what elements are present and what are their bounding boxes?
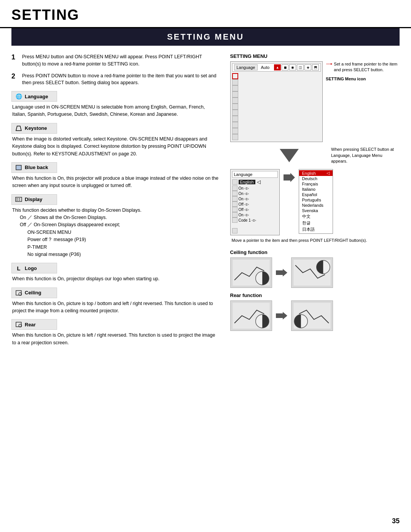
feature-keystone-label: Keystone xyxy=(25,125,47,131)
feature-display: Display This function decides whether to… xyxy=(11,194,219,259)
menu-row-8 xyxy=(232,122,321,128)
menu-row-icon-4 xyxy=(232,97,238,104)
lang-chinese-text: 中文 xyxy=(302,214,311,219)
svg-rect-4 xyxy=(16,200,18,201)
annotation4-text: Move a pointer to the item and then pres… xyxy=(232,238,400,243)
lang-main-menu-box: Language English ◁ On◁▷ On◁▷ On◁▷ Off◁▷ … xyxy=(230,169,280,235)
lang-item-francais: Français xyxy=(299,181,333,187)
menu-icon-2: ◉ xyxy=(289,64,296,70)
menu-rows xyxy=(232,73,321,140)
svg-marker-12 xyxy=(331,63,332,65)
rear-after-svg xyxy=(292,301,333,331)
lang-menu-english-value: English xyxy=(239,180,255,184)
language-icon: 🌐 xyxy=(15,93,22,100)
ceiling-icon xyxy=(15,289,22,297)
menu-row-7 xyxy=(232,116,321,122)
svg-rect-2 xyxy=(16,197,22,201)
lang-item-english: English ◁ xyxy=(299,170,333,176)
menu-bar-value: Auto xyxy=(261,65,269,70)
menu-row-3 xyxy=(232,91,321,97)
menu-row-0 xyxy=(232,73,321,79)
menu-row-6 xyxy=(232,110,321,116)
display-body-line3: ON-SCREEN MENU xyxy=(12,230,71,235)
lang-francais-text: Français xyxy=(302,182,318,186)
svg-rect-1 xyxy=(16,165,21,170)
menu-icon-3: ◫ xyxy=(297,64,304,70)
display-body-line0: This function decides whether to display… xyxy=(12,208,142,213)
menu-annotations: Set a red frame pointer to the item and … xyxy=(326,61,400,82)
lang-menu-english-row: English ◁ xyxy=(232,179,278,185)
feature-logo-body: When this function is On, projector disp… xyxy=(11,275,219,283)
feature-keystone: Keystone When the image is distorted ver… xyxy=(11,123,219,158)
lang-item-espanol: Español xyxy=(299,192,333,197)
step-1-text: Press MENU button and ON-SCREEN MENU wil… xyxy=(22,53,219,68)
feature-ceiling-label: Ceiling xyxy=(25,290,41,296)
lang-english-arrow: ◁ xyxy=(327,171,330,176)
svg-rect-5 xyxy=(19,198,20,199)
rear-after-img xyxy=(291,300,333,331)
menu-row-icon-9 xyxy=(232,128,238,134)
rear-function-row xyxy=(230,300,400,331)
annotation2-text: SETTING Menu icon xyxy=(326,76,400,82)
annotation1-block: Set a red frame pointer to the item and … xyxy=(326,61,400,73)
rear-arrow-svg xyxy=(276,311,287,320)
left-column: 1 Press MENU button and ON-SCREEN MENU w… xyxy=(11,53,219,351)
lang-row-on2: On◁▷ xyxy=(232,191,278,196)
feature-language-body: Language used in ON-SCREEN MENU is selec… xyxy=(11,104,219,118)
lang-nederlands-text: Nederlands xyxy=(302,203,323,208)
menu-top-bar: Language Auto ▲ ◼ ◉ ◫ ◈ ⬒ xyxy=(232,63,321,72)
lang-item-nederlands: Nederlands xyxy=(299,203,333,208)
lang-item-japanese: 日本語 xyxy=(299,226,333,233)
menu-row-icon-8 xyxy=(232,122,238,128)
lang-menu-left-panel: Language English ◁ On◁▷ On◁▷ On◁▷ Off◁▷ … xyxy=(230,169,280,235)
lang-svenska-text: Svenska xyxy=(302,208,318,213)
menu-row-2 xyxy=(232,85,321,91)
lang-espanol-text: Español xyxy=(302,192,317,197)
step-1: 1 Press MENU button and ON-SCREEN MENU w… xyxy=(11,53,219,68)
menu-row-icon-2 xyxy=(232,85,238,91)
lang-english-text: English xyxy=(302,171,316,176)
lang-japanese-text: 日本語 xyxy=(302,227,315,232)
keystone-icon xyxy=(15,125,22,132)
svg-rect-3 xyxy=(16,198,18,199)
menu-row-1 xyxy=(232,79,321,85)
right-column: SETTING MENU Language Auto ▲ ◼ ◉ ◫ ◈ ⬒ xyxy=(230,53,400,351)
lang-row-spacer xyxy=(232,223,278,228)
display-body-line5: P-TIMER xyxy=(12,244,47,250)
feature-blueback-body: When this function is On, this projector… xyxy=(11,175,219,190)
feature-ceiling-body: When this function is On, picture is top… xyxy=(11,300,219,315)
ceiling-function-title: Ceiling function xyxy=(230,249,400,255)
lang-item-deutsch: Deutsch xyxy=(299,176,333,181)
lang-menu-top-bar: Language xyxy=(232,171,278,178)
feature-rear-body: When this function is On, picture is lef… xyxy=(11,332,219,347)
display-icon xyxy=(15,196,22,203)
feature-blueback-header: Blue back xyxy=(11,162,57,173)
main-content: 1 Press MENU button and ON-SCREEN MENU w… xyxy=(0,46,411,359)
svg-marker-13 xyxy=(284,173,295,182)
lang-menu-bar-label: Language xyxy=(234,172,253,177)
lang-portugues-text: Português xyxy=(302,198,321,202)
lang-row-off1: Off◁▷ xyxy=(232,201,278,207)
ceiling-arrow-icon xyxy=(276,268,287,277)
feature-keystone-body: When the image is distorted vertically, … xyxy=(11,136,219,158)
feature-language: 🌐 Language Language used in ON-SCREEN ME… xyxy=(11,91,219,118)
display-body-line6: No signal message (P36) xyxy=(12,252,81,257)
display-body-line1: On ／ Shows all the On-Screen Displays. xyxy=(12,215,107,220)
feature-ceiling-header: Ceiling xyxy=(11,288,57,298)
arrow-down-icon xyxy=(280,149,299,162)
setting-menu-title: SETTING MENU xyxy=(230,53,400,59)
feature-logo: L Logo When this function is On, project… xyxy=(11,263,219,283)
feature-ceiling: Ceiling When this function is On, pictur… xyxy=(11,288,219,315)
feature-logo-header: L Logo xyxy=(11,263,57,273)
feature-display-body: This function decides whether to display… xyxy=(11,207,219,259)
lang-arrow-right-icon xyxy=(284,173,295,182)
step-2: 2 Press POINT DOWN button to move a red-… xyxy=(11,72,219,87)
language-list-panel: English ◁ Deutsch Français Italiano Espa… xyxy=(299,169,333,234)
lang-menu-row-icon xyxy=(232,179,237,185)
lang-row-on4: On◁▷ xyxy=(232,212,278,217)
menu-icon-4: ◈ xyxy=(304,64,311,70)
lang-item-chinese: 中文 xyxy=(299,213,333,220)
lang-arrow-right-section xyxy=(284,169,295,182)
step-1-number: 1 xyxy=(11,53,19,68)
menu-row-icon-10 xyxy=(232,134,238,140)
